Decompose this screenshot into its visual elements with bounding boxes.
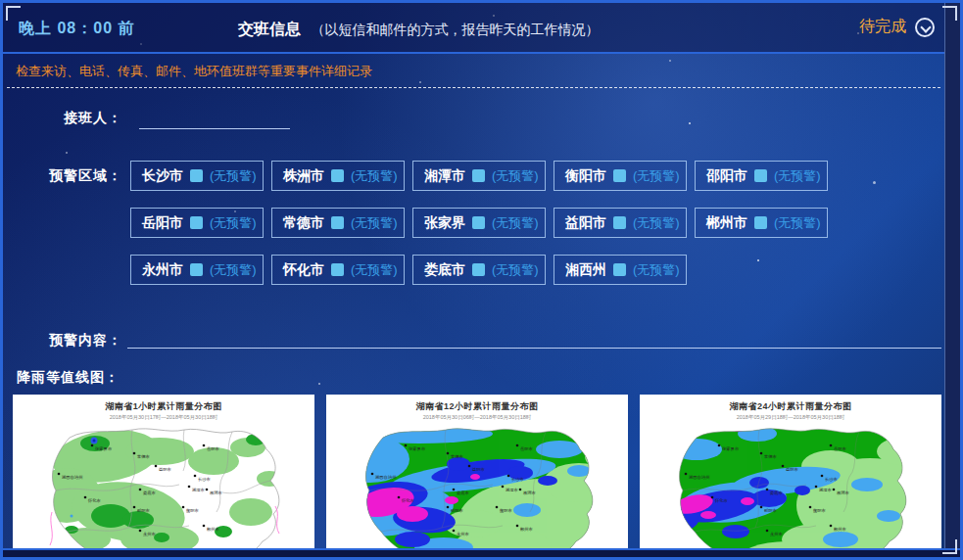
map-city-dot [447,506,450,509]
map-city-label: 娄底市 [457,490,470,495]
city-label: 常德市 [283,214,324,232]
status-toggle[interactable]: 待完成 [859,17,935,37]
map-city-label: 长沙市 [511,477,525,482]
status-badge: 待完成 [859,17,906,37]
header-bar: 晚上 08：00 前 交班信息 （以短信和邮件的方式，报告昨天的工作情况） 待完… [3,3,944,54]
warning-city-checkbox-item[interactable]: 常德市(无预警) [271,208,405,238]
checkbox-icon[interactable] [613,169,626,182]
checkbox-icon[interactable] [331,169,344,182]
warning-city-checkbox-item[interactable]: 邵阳市(无预警) [695,161,828,191]
map-city-label: 怀化市 [87,498,102,503]
city-label: 邵阳市 [706,167,747,185]
checkbox-icon[interactable] [190,216,203,229]
checkbox-icon[interactable] [754,169,767,182]
warning-city-checkbox-item[interactable]: 长沙市(无预警) [130,161,264,191]
map-city-label: 永州市 [457,532,470,537]
map-city-label: 益阳市 [786,467,799,472]
map-city-dot [84,496,87,499]
warning-content-input[interactable] [127,327,941,349]
warning-city-checkbox-item[interactable]: 郴州市(无预警) [695,208,828,238]
checkbox-icon[interactable] [472,169,485,182]
map-title: 湖南省12小时累计雨量分布图 [326,400,628,413]
hunan-rainfall-map-1h: 张家界市湘西自治州常德市岳阳市益阳市长沙市湘潭市株洲市娄底市怀化市邵阳市衡阳市永… [13,422,314,551]
warning-city-checkbox-item[interactable]: 岳阳市(无预警) [130,208,264,238]
checkbox-icon[interactable] [472,216,485,229]
chevron-down-icon[interactable] [915,18,935,37]
warning-city-checkbox-item[interactable]: 株洲市(无预警) [271,161,405,191]
warning-city-checkbox-item[interactable]: 衡阳市(无预警) [554,161,687,191]
warning-content-label: 预警内容： [3,332,122,350]
city-label: 湘西州 [565,261,606,279]
rainfall-map-12h: 湖南省12小时累计雨量分布图 2018年05月30日06时—2018年05月30… [326,395,628,554]
map-city-label: 永州市 [770,532,784,537]
checkbox-icon[interactable] [331,216,344,229]
map-city-label: 长沙市 [825,477,839,482]
scrollbar[interactable] [944,3,960,557]
map-title: 湖南省1小时累计雨量分布图 [13,400,314,413]
map-city-dot [516,525,519,528]
map-city-label: 长沙市 [198,477,212,482]
map-city-label: 邵阳市 [764,508,778,513]
checkbox-icon[interactable] [190,169,203,182]
no-warning-label: (无预警) [633,214,680,232]
rainfall-map-1h: 湖南省1小时累计雨量分布图 2018年05月30日17时—2018年05月30日… [13,395,314,554]
map-city-dot [766,530,769,533]
map-city-label: 株洲市 [837,490,850,495]
map-city-label: 常德市 [451,454,464,459]
warning-city-checkbox-item[interactable]: 湘西州(无预警) [554,255,687,285]
checkbox-icon[interactable] [190,263,203,276]
dashed-divider [7,87,940,88]
map-city-dot [833,489,836,491]
map-city-dot [203,525,206,528]
no-warning-label: (无预警) [210,214,257,232]
map-city-dot [133,506,136,509]
deadline-time: 晚上 08：00 前 [19,19,134,39]
city-label: 娄底市 [424,261,465,279]
map-city-label: 娄底市 [770,490,784,495]
warning-city-checkbox-item[interactable]: 娄底市(无预警) [412,255,546,285]
city-label: 益阳市 [565,214,606,232]
checkbox-icon[interactable] [613,263,626,276]
checkbox-icon[interactable] [613,216,626,229]
map-city-label: 湘潭市 [506,488,519,492]
checkbox-icon[interactable] [472,263,485,276]
city-label: 株洲市 [283,167,324,185]
warning-city-checkbox-item[interactable]: 怀化市(无预警) [271,255,405,285]
checkbox-icon[interactable] [754,216,767,229]
map-city-label: 益阳市 [472,467,486,472]
map-subtitle: 2018年05月29日18时—2018年05月30日18时 [640,414,941,421]
rainfall-maps-row: 湖南省1小时累计雨量分布图 2018年05月30日17时—2018年05月30日… [3,395,944,554]
city-label: 长沙市 [142,167,183,185]
map-city-label: 郴州市 [206,527,220,532]
map-city-dot [766,489,769,491]
map-city-label: 常德市 [137,454,151,459]
map-city-dot [139,489,142,491]
map-city-label: 郴州市 [833,527,847,532]
map-city-dot [830,444,833,447]
page-title: 交班信息 [238,21,301,37]
warning-city-checkbox-item[interactable]: 永州市(无预警) [130,255,264,285]
map-city-dot [447,452,450,455]
city-label: 永州市 [142,261,183,279]
warning-city-checkbox-item[interactable]: 益阳市(无预警) [554,208,687,238]
map-city-label: 岳阳市 [207,446,220,451]
corner-bracket-top-right [942,6,957,21]
city-label: 衡阳市 [565,167,606,185]
map-city-dot [496,506,499,509]
map-city-dot [155,465,158,468]
map-city-label: 郴州市 [519,527,534,532]
map-city-dot [206,489,209,491]
map-city-dot [58,473,61,476]
city-label: 郴州市 [706,214,747,232]
no-warning-label: (无预警) [774,167,821,185]
map-subtitle: 2018年05月30日17时—2018年05月30日18时 [13,414,314,421]
map-city-label: 湘潭市 [819,488,833,492]
checkbox-icon[interactable] [331,263,344,276]
hunan-rainfall-map-12h: 张家界市湘西自治州常德市岳阳市益阳市长沙市湘潭市株洲市娄底市怀化市邵阳市衡阳市永… [326,422,628,551]
map-city-dot [203,444,206,447]
warning-city-checkbox-item[interactable]: 张家界(无预警) [412,208,546,238]
map-city-dot [507,475,510,478]
warning-city-checkbox-item[interactable]: 湘潭市(无预警) [412,161,546,191]
receiver-input[interactable] [139,108,290,129]
map-city-label: 张家界市 [95,446,113,451]
